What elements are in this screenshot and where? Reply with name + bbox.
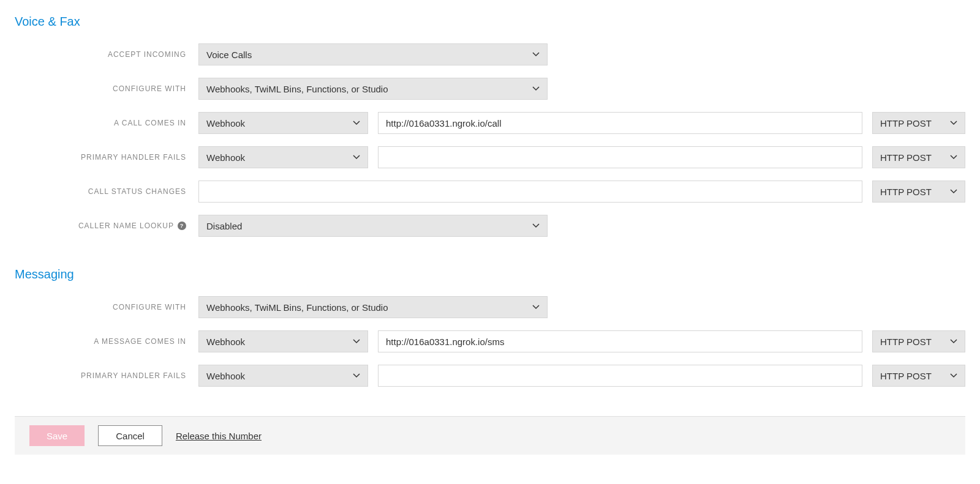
voice-fax-heading: Voice & Fax	[15, 15, 965, 29]
label-voice-primary-handler-fails: PRIMARY HANDLER FAILS	[15, 153, 198, 162]
select-value: Webhook	[206, 152, 245, 163]
select-voice-configure-with[interactable]: Webhooks, TwiML Bins, Functions, or Stud…	[198, 78, 548, 100]
input-messaging-fail-url[interactable]	[378, 365, 862, 387]
label-messaging-configure-with: CONFIGURE WITH	[15, 303, 198, 311]
chevron-down-icon	[950, 339, 957, 344]
row-accept-incoming: ACCEPT INCOMING Voice Calls	[15, 43, 965, 65]
chevron-down-icon	[532, 305, 540, 310]
row-call-status-changes: CALL STATUS CHANGES HTTP POST	[15, 181, 965, 203]
label-call-status-changes: CALL STATUS CHANGES	[15, 187, 198, 196]
chevron-down-icon	[353, 121, 360, 125]
select-value: Voice Calls	[206, 50, 252, 60]
row-messaging-configure-with: CONFIGURE WITH Webhooks, TwiML Bins, Fun…	[15, 296, 965, 318]
select-call-handler[interactable]: Webhook	[198, 112, 368, 134]
input-call-url[interactable]	[378, 112, 862, 134]
row-message-comes-in: A MESSAGE COMES IN Webhook HTTP POST	[15, 330, 965, 352]
label-caller-name-lookup: CALLER NAME LOOKUP ?	[15, 222, 198, 230]
messaging-heading: Messaging	[15, 267, 965, 281]
select-value: Webhook	[206, 118, 245, 128]
help-icon[interactable]: ?	[178, 222, 186, 230]
label-accept-incoming: ACCEPT INCOMING	[15, 50, 198, 59]
chevron-down-icon	[950, 373, 957, 378]
select-message-handler[interactable]: Webhook	[198, 330, 368, 352]
row-call-comes-in: A CALL COMES IN Webhook HTTP POST	[15, 112, 965, 134]
select-status-method[interactable]: HTTP POST	[872, 181, 965, 203]
select-value: HTTP POST	[880, 371, 932, 381]
chevron-down-icon	[353, 155, 360, 160]
label-call-comes-in: A CALL COMES IN	[15, 119, 198, 127]
release-number-link[interactable]: Release this Number	[176, 431, 262, 441]
row-voice-primary-handler-fails: PRIMARY HANDLER FAILS Webhook HTTP POST	[15, 146, 965, 168]
select-message-method[interactable]: HTTP POST	[872, 330, 965, 352]
input-message-url[interactable]	[378, 330, 862, 352]
label-text: CALLER NAME LOOKUP	[78, 222, 174, 230]
cancel-button[interactable]: Cancel	[98, 425, 162, 446]
chevron-down-icon	[532, 52, 540, 57]
select-value: HTTP POST	[880, 152, 932, 163]
select-messaging-fail-method[interactable]: HTTP POST	[872, 365, 965, 387]
select-value: HTTP POST	[880, 337, 932, 347]
select-voice-fail-method[interactable]: HTTP POST	[872, 146, 965, 168]
row-caller-name-lookup: CALLER NAME LOOKUP ? Disabled	[15, 215, 965, 237]
select-value: Disabled	[206, 221, 242, 231]
select-value: Webhooks, TwiML Bins, Functions, or Stud…	[206, 302, 388, 313]
chevron-down-icon	[950, 155, 957, 160]
chevron-down-icon	[353, 339, 360, 344]
row-messaging-primary-handler-fails: PRIMARY HANDLER FAILS Webhook HTTP POST	[15, 365, 965, 387]
select-value: Webhook	[206, 337, 245, 347]
select-caller-name-lookup[interactable]: Disabled	[198, 215, 548, 237]
select-value: Webhook	[206, 371, 245, 381]
label-voice-configure-with: CONFIGURE WITH	[15, 84, 198, 93]
chevron-down-icon	[950, 189, 957, 194]
save-button[interactable]: Save	[29, 425, 85, 446]
row-voice-configure-with: CONFIGURE WITH Webhooks, TwiML Bins, Fun…	[15, 78, 965, 100]
label-messaging-primary-handler-fails: PRIMARY HANDLER FAILS	[15, 371, 198, 380]
chevron-down-icon	[950, 121, 957, 125]
footer-bar: Save Cancel Release this Number	[15, 416, 965, 455]
select-messaging-configure-with[interactable]: Webhooks, TwiML Bins, Functions, or Stud…	[198, 296, 548, 318]
input-voice-fail-url[interactable]	[378, 146, 862, 168]
select-value: Webhooks, TwiML Bins, Functions, or Stud…	[206, 84, 388, 94]
select-value: HTTP POST	[880, 187, 932, 197]
label-message-comes-in: A MESSAGE COMES IN	[15, 337, 198, 346]
chevron-down-icon	[532, 223, 540, 228]
chevron-down-icon	[353, 373, 360, 378]
select-call-method[interactable]: HTTP POST	[872, 112, 965, 134]
select-value: HTTP POST	[880, 118, 932, 128]
select-voice-fail-handler[interactable]: Webhook	[198, 146, 368, 168]
select-messaging-fail-handler[interactable]: Webhook	[198, 365, 368, 387]
select-accept-incoming[interactable]: Voice Calls	[198, 43, 548, 65]
input-status-url[interactable]	[198, 181, 862, 203]
chevron-down-icon	[532, 86, 540, 91]
